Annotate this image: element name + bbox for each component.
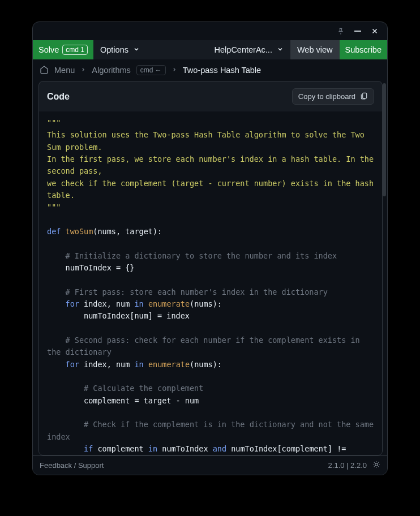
svg-rect-0 bbox=[363, 93, 367, 98]
help-center-dropdown[interactable]: HelpCenterAc... bbox=[208, 40, 290, 59]
breadcrumb-menu[interactable]: Menu bbox=[54, 66, 75, 75]
solve-button[interactable]: Solve cmd 1 bbox=[33, 40, 93, 59]
breadcrumb: Menu Algorithms cmd ← Two-pass Hash Tabl… bbox=[33, 59, 387, 81]
card-header: Code Copy to clipboard bbox=[39, 81, 382, 111]
app-window: Solve cmd 1 Options HelpCenterAc... Web … bbox=[32, 22, 388, 475]
scrollbar[interactable] bbox=[383, 83, 386, 196]
chevron-right-icon bbox=[172, 66, 177, 74]
web-view-button[interactable]: Web view bbox=[290, 40, 340, 59]
copy-to-clipboard-button[interactable]: Copy to clipboard bbox=[292, 88, 374, 105]
pin-icon[interactable] bbox=[336, 27, 345, 36]
copy-label: Copy to clipboard bbox=[298, 92, 355, 101]
breadcrumb-current: Two-pass Hash Table bbox=[183, 66, 261, 75]
theme-toggle-icon[interactable] bbox=[372, 461, 380, 470]
titlebar bbox=[33, 22, 387, 40]
code-block[interactable]: """ This solution uses the Two-pass Hash… bbox=[39, 111, 382, 455]
options-label: Options bbox=[100, 45, 128, 54]
solve-shortcut-badge: cmd 1 bbox=[62, 45, 88, 55]
minimize-button[interactable] bbox=[353, 27, 362, 36]
clipboard-icon bbox=[360, 92, 368, 101]
subscribe-label: Subscribe bbox=[345, 45, 382, 54]
content-area: Code Copy to clipboard """ This solution… bbox=[33, 81, 387, 455]
close-button[interactable] bbox=[370, 27, 379, 36]
footer: Feedback / Support 2.1.0 | 2.2.0 bbox=[33, 455, 387, 475]
topbar: Solve cmd 1 Options HelpCenterAc... Web … bbox=[33, 40, 387, 59]
code-card: Code Copy to clipboard """ This solution… bbox=[38, 81, 383, 455]
help-center-label: HelpCenterAc... bbox=[215, 45, 272, 54]
web-view-label: Web view bbox=[297, 45, 333, 54]
options-dropdown[interactable]: Options bbox=[93, 40, 147, 59]
chevron-right-icon bbox=[80, 66, 86, 74]
feedback-link[interactable]: Feedback / Support bbox=[40, 461, 104, 470]
breadcrumb-algorithms[interactable]: Algorithms bbox=[92, 66, 131, 75]
chevron-down-icon bbox=[133, 46, 140, 54]
solve-label: Solve bbox=[38, 45, 59, 54]
back-shortcut-badge: cmd ← bbox=[136, 65, 166, 75]
svg-point-1 bbox=[375, 463, 378, 466]
chevron-down-icon bbox=[277, 46, 284, 54]
home-icon[interactable] bbox=[40, 65, 49, 76]
card-title: Code bbox=[47, 92, 70, 102]
version-label: 2.1.0 | 2.2.0 bbox=[328, 461, 367, 470]
subscribe-button[interactable]: Subscribe bbox=[340, 40, 387, 59]
